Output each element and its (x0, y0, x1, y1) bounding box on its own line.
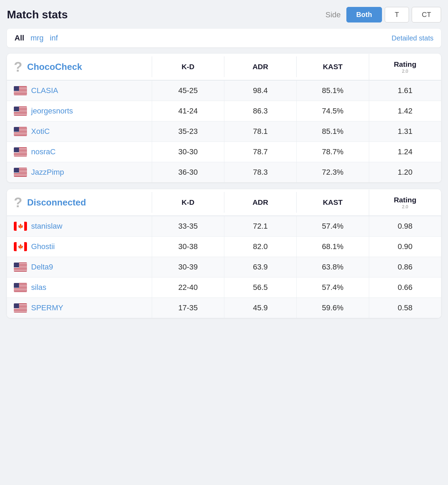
stat-adr: 98.4 (224, 81, 296, 101)
flag-us-icon (14, 147, 27, 156)
team-block-disconnected: ? Disconnected K-D ADR KAST Rating 2.0 s… (7, 189, 441, 318)
filter-inf[interactable]: inf (50, 34, 58, 43)
col-rating-2: Rating 2.0 (369, 190, 441, 216)
team-block-chococheck: ? ChocoCheck K-D ADR KAST Rating 2.0 CLA… (7, 54, 441, 182)
team-header-chococheck: ? ChocoCheck K-D ADR KAST Rating 2.0 (7, 54, 441, 80)
player-name[interactable]: JazzPimp (31, 168, 64, 177)
player-cell: CLASIA (7, 81, 152, 101)
stat-adr: 56.5 (224, 277, 296, 298)
flag-us-icon (14, 283, 27, 292)
stat-adr: 82.0 (224, 237, 296, 257)
flag-us-icon (14, 168, 27, 177)
player-name[interactable]: nosraC (31, 147, 56, 156)
table-row: nosraC 30-30 78.7 78.7% 1.24 (7, 141, 441, 162)
player-name[interactable]: XotiC (31, 127, 50, 136)
table-row: SPERMY 17-35 45.9 59.6% 0.58 (7, 298, 441, 318)
stat-kast: 57.4% (296, 277, 368, 298)
col-rating-1: Rating 2.0 (369, 54, 441, 80)
stat-adr: 78.7 (224, 142, 296, 162)
stat-kast: 78.7% (296, 142, 368, 162)
table-row: jeorgesnorts 41-24 86.3 74.5% 1.42 (7, 101, 441, 121)
col-kast-1: KAST (296, 56, 368, 77)
stat-rating: 1.20 (369, 162, 441, 182)
stat-adr: 78.3 (224, 162, 296, 182)
stat-rating: 1.42 (369, 101, 441, 121)
col-kd-1: K-D (152, 56, 224, 77)
player-name[interactable]: stanislaw (31, 222, 62, 231)
filter-mrg[interactable]: mrg (30, 34, 44, 43)
stat-rating: 0.86 (369, 257, 441, 277)
player-cell: silas (7, 277, 152, 298)
stat-rating: 1.61 (369, 81, 441, 101)
player-name[interactable]: Ghostii (31, 242, 55, 251)
stat-kd: 30-39 (152, 257, 224, 277)
flag-us-icon (14, 86, 27, 95)
stat-adr: 63.9 (224, 257, 296, 277)
stat-kast: 63.8% (296, 257, 368, 277)
stat-kd: 41-24 (152, 101, 224, 121)
stat-kd: 33-35 (152, 216, 224, 236)
stat-kast: 74.5% (296, 101, 368, 121)
stat-kd: 30-30 (152, 142, 224, 162)
player-name[interactable]: silas (31, 283, 46, 292)
flag-ca-icon (14, 222, 27, 231)
stat-kast: 72.3% (296, 162, 368, 182)
player-name[interactable]: CLASIA (31, 86, 58, 95)
stat-rating: 0.90 (369, 237, 441, 257)
stat-rating: 0.66 (369, 277, 441, 298)
stat-rating: 0.58 (369, 298, 441, 318)
player-cell: Ghostii (7, 237, 152, 257)
player-cell: SPERMY (7, 298, 152, 318)
player-cell: jeorgesnorts (7, 101, 152, 121)
stat-adr: 45.9 (224, 298, 296, 318)
col-kd-2: K-D (152, 192, 224, 213)
filter-all[interactable]: All (15, 34, 24, 43)
stat-kd: 36-30 (152, 162, 224, 182)
side-btn-ct[interactable]: CT (412, 7, 441, 22)
stat-kd: 35-23 (152, 121, 224, 141)
team-name-disconnected: Disconnected (27, 197, 86, 208)
team-name-cell-disconnected: ? Disconnected (7, 189, 152, 216)
table-row: Ghostii 30-38 82.0 68.1% 0.90 (7, 236, 441, 257)
page-title: Match stats (7, 8, 68, 21)
stat-adr: 86.3 (224, 101, 296, 121)
team-logo-disconnected: ? (14, 195, 22, 209)
table-row: silas 22-40 56.5 57.4% 0.66 (7, 277, 441, 298)
stat-kast: 85.1% (296, 121, 368, 141)
flag-us-icon (14, 107, 27, 116)
player-name[interactable]: SPERMY (31, 303, 63, 312)
side-label: Side (326, 10, 341, 19)
player-name[interactable]: Delta9 (31, 263, 53, 272)
player-cell: Delta9 (7, 257, 152, 277)
stat-kd: 30-38 (152, 237, 224, 257)
player-name[interactable]: jeorgesnorts (31, 107, 73, 116)
table-row: JazzPimp 36-30 78.3 72.3% 1.20 (7, 162, 441, 182)
stat-kast: 57.4% (296, 216, 368, 236)
stat-adr: 78.1 (224, 121, 296, 141)
col-adr-2: ADR (224, 192, 296, 213)
table-row: XotiC 35-23 78.1 85.1% 1.31 (7, 121, 441, 141)
detailed-stats-link[interactable]: Detailed stats (392, 34, 433, 42)
flag-us-icon (14, 303, 27, 312)
side-controls: Side Both T CT (326, 7, 441, 22)
flag-us-icon (14, 127, 27, 136)
team-name-chococheck: ChocoCheck (27, 62, 82, 72)
stat-kd: 45-25 (152, 81, 224, 101)
stat-rating: 0.98 (369, 216, 441, 236)
stat-kast: 68.1% (296, 237, 368, 257)
player-cell: XotiC (7, 121, 152, 141)
stat-kd: 22-40 (152, 277, 224, 298)
player-cell: JazzPimp (7, 162, 152, 182)
team-header-disconnected: ? Disconnected K-D ADR KAST Rating 2.0 (7, 189, 441, 216)
col-adr-1: ADR (224, 56, 296, 77)
player-cell: stanislaw (7, 216, 152, 236)
side-btn-t[interactable]: T (385, 7, 409, 22)
team-name-cell-chococheck: ? ChocoCheck (7, 54, 152, 80)
col-kast-2: KAST (296, 192, 368, 213)
flag-ca-icon (14, 242, 27, 251)
filter-tabs: All mrg inf (15, 34, 58, 43)
team-logo-chococheck: ? (14, 60, 22, 74)
table-row: CLASIA 45-25 98.4 85.1% 1.61 (7, 80, 441, 101)
side-btn-both[interactable]: Both (346, 7, 382, 22)
table-row: Delta9 30-39 63.9 63.8% 0.86 (7, 257, 441, 277)
